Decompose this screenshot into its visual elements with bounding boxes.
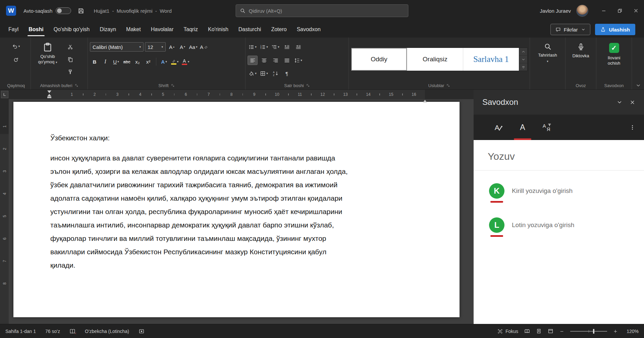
ribbon-tab[interactable]: Fayl <box>3 21 23 38</box>
open-addin-button[interactable]: ✓ Ilovaniochish <box>598 43 630 66</box>
decrease-indent-button[interactable] <box>282 42 292 52</box>
shading-button[interactable]: ▾ <box>248 69 258 78</box>
transliteration-option[interactable]: K Kirill yozuviga o'girish <box>489 183 644 203</box>
page-indicator[interactable]: Sahifa 1-dan 1 <box>5 329 36 334</box>
kebab-menu-icon[interactable] <box>630 125 635 130</box>
style-card[interactable]: Oraliqsiz <box>407 48 463 71</box>
line-spacing-button[interactable]: ▾ <box>293 56 303 65</box>
format-painter-button[interactable] <box>65 67 75 76</box>
zoom-percentage[interactable]: 120% <box>624 329 639 334</box>
font-tool-button[interactable]: A <box>511 115 535 140</box>
left-indent-marker[interactable] <box>47 97 51 98</box>
show-paragraph-marks-button[interactable]: ¶ <box>282 69 292 78</box>
restore-button[interactable] <box>612 0 628 21</box>
ribbon-tab[interactable]: Qo'shib qo'yish <box>49 21 95 38</box>
dialog-launcher-icon[interactable] <box>171 84 175 87</box>
dictate-button[interactable]: Diktovka <box>568 43 594 58</box>
sort-button[interactable] <box>270 69 280 78</box>
comments-button[interactable]: Fikrlar <box>550 24 591 35</box>
paste-button[interactable]: Qo'shib qo'ymoq ▾ <box>33 40 62 81</box>
proofing-errors-icon[interactable] <box>69 328 75 334</box>
shrink-font-button[interactable]: A▾ <box>178 42 187 52</box>
change-case-button[interactable]: Aa▾ <box>189 42 198 52</box>
task-pane-menu-chevron[interactable] <box>617 99 622 105</box>
italic-button[interactable]: I <box>101 57 110 66</box>
zoom-out-button[interactable] <box>559 329 564 334</box>
editing-button[interactable]: Tahrirlash ▾ <box>532 43 563 63</box>
underline-button[interactable]: U▾ <box>111 57 121 66</box>
bold-button[interactable]: B <box>90 57 99 66</box>
avatar[interactable] <box>576 5 588 17</box>
style-card[interactable]: Oddiy <box>351 48 407 71</box>
search-input[interactable] <box>249 8 404 14</box>
copy-button[interactable] <box>65 55 75 64</box>
clear-formatting-button[interactable]: A <box>199 42 209 52</box>
styles-more-button[interactable] <box>519 63 527 71</box>
spelling-tool-button[interactable] <box>486 115 511 140</box>
page[interactable]: Ўзбекистон халқи: инсон ҳуқуқларига ва д… <box>13 102 460 317</box>
read-mode-button[interactable] <box>524 328 530 334</box>
indent-markers-left[interactable] <box>47 90 51 98</box>
transliteration-tool-button[interactable] <box>535 115 559 140</box>
zoom-slider[interactable] <box>570 331 607 332</box>
first-line-indent-marker[interactable] <box>47 90 51 93</box>
language-indicator[interactable]: O'zbekcha (Lotincha) <box>85 329 129 334</box>
font-name-select[interactable]: Calibri (Matn)▾ <box>90 42 144 52</box>
font-color-button[interactable]: A ▾ <box>181 57 190 66</box>
search-box[interactable] <box>236 4 409 17</box>
right-indent-marker[interactable] <box>423 94 427 100</box>
zoom-slider-handle[interactable] <box>593 329 594 334</box>
text-effects-button[interactable]: A▾ <box>159 57 169 66</box>
document-heading-text[interactable]: Ўзбекистон халқи: <box>50 134 429 142</box>
highlight-color-button[interactable]: ▾ <box>170 57 179 66</box>
numbering-button[interactable]: ▾ <box>259 42 269 52</box>
dialog-launcher-icon[interactable] <box>306 84 310 87</box>
strikethrough-button[interactable]: abc <box>122 57 131 66</box>
multilevel-list-button[interactable]: ▾ <box>270 42 280 52</box>
styles-scroll-up-button[interactable] <box>519 48 527 56</box>
align-right-button[interactable] <box>270 56 280 65</box>
borders-button[interactable]: ▾ <box>259 69 269 78</box>
tab-stop-selector[interactable] <box>1 91 8 98</box>
document-canvas[interactable]: Ўзбекистон халқи: инсон ҳуқуқларига ва д… <box>9 99 474 324</box>
macro-recording-icon[interactable] <box>139 328 145 334</box>
undo-button[interactable]: ▾ <box>11 42 21 51</box>
vertical-ruler[interactable]: 12345678 <box>0 99 9 324</box>
autosave-toggle[interactable] <box>56 7 71 14</box>
dialog-launcher-icon[interactable] <box>446 84 450 87</box>
style-card[interactable]: Sarlavha 1 <box>463 48 519 71</box>
ribbon-tab[interactable]: Zotero <box>266 21 291 38</box>
share-button[interactable]: Ulashish <box>595 24 635 35</box>
web-layout-button[interactable] <box>548 328 553 334</box>
align-center-button[interactable] <box>259 56 269 65</box>
ribbon-tab[interactable]: Boshi <box>23 21 48 38</box>
increase-indent-button[interactable] <box>293 42 303 52</box>
word-app-icon[interactable]: W <box>6 6 16 16</box>
justify-button[interactable] <box>282 56 292 65</box>
cut-button[interactable] <box>65 42 75 52</box>
ribbon-tab[interactable]: Maket <box>121 21 146 38</box>
superscript-button[interactable]: x² <box>144 57 153 66</box>
focus-mode-button[interactable]: Fokus <box>497 329 518 334</box>
ribbon-tab[interactable]: Dizayn <box>95 21 121 38</box>
ribbon-tab[interactable]: Taqriz <box>178 21 203 38</box>
zoom-in-button[interactable] <box>613 329 618 334</box>
subscript-button[interactable]: x₂ <box>133 57 142 66</box>
font-size-select[interactable]: 12▾ <box>145 42 166 52</box>
ribbon-tab[interactable]: Dasturchi <box>233 21 266 38</box>
bullets-button[interactable]: ▾ <box>248 42 258 52</box>
horizontal-ruler[interactable]: 12345678910111213141516 <box>0 90 474 99</box>
print-layout-button[interactable] <box>536 328 542 334</box>
align-left-button[interactable] <box>248 56 258 65</box>
dialog-launcher-icon[interactable] <box>75 84 78 87</box>
grow-font-button[interactable]: A▴ <box>167 42 176 52</box>
collapse-ribbon-button[interactable] <box>636 83 641 88</box>
transliteration-option[interactable]: L Lotin yozuviga o'girish <box>489 217 644 237</box>
close-button[interactable] <box>628 0 644 21</box>
ribbon-tab[interactable]: Savodxon <box>292 21 326 38</box>
word-count[interactable]: 76 so'z <box>45 329 60 334</box>
ribbon-tab[interactable]: Ko'rinish <box>203 21 233 38</box>
ribbon-tab[interactable]: Havolalar <box>146 21 179 38</box>
redo-button[interactable] <box>11 55 21 64</box>
save-button[interactable] <box>78 8 84 14</box>
